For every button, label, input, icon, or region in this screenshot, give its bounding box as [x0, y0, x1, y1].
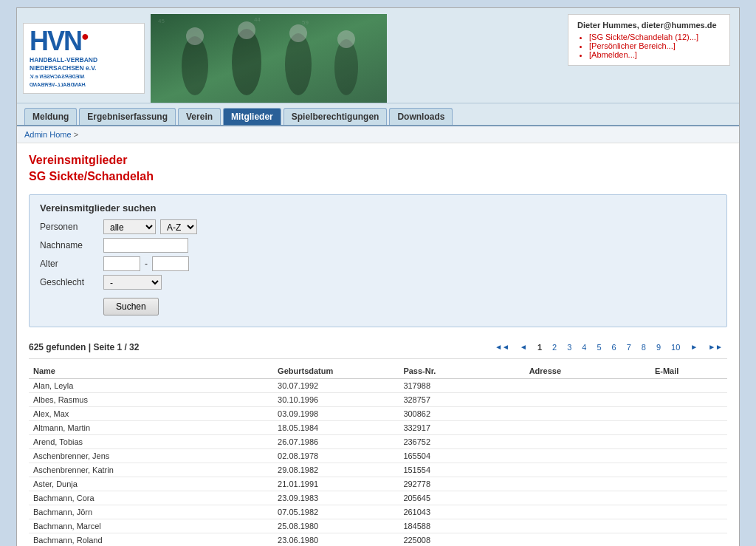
label-alter: Alter	[40, 259, 99, 269]
tab-meldung[interactable]: Meldung	[24, 108, 77, 125]
table-row[interactable]: Aschenbrenner, Jens02.08.1978165504	[29, 448, 727, 463]
label-geschlecht: Geschlecht	[40, 277, 99, 287]
cell-email	[650, 392, 727, 406]
cell-pass: 151554	[399, 463, 524, 477]
table-row[interactable]: Alex, Max03.09.1998300862	[29, 406, 727, 420]
cell-dob: 02.08.1978	[273, 448, 399, 463]
user-info-box: Dieter Hummes, dieter@hummes.de [SG Sick…	[568, 14, 730, 66]
table-row[interactable]: Albes, Rasmus30.10.1996328757	[29, 392, 727, 406]
table-row[interactable]: Bachmann, Jörn07.05.1982261043	[29, 505, 727, 519]
form-row-alter: Alter -	[40, 256, 716, 271]
cell-pass: 165504	[399, 448, 524, 463]
user-link-club[interactable]: [SG Sickte/Schandelah (12)...]	[589, 33, 721, 41]
result-count: 625 gefunden | Seite 1 / 32	[29, 342, 139, 352]
col-header-dob: Geburtsdatum	[273, 364, 399, 379]
personen-select[interactable]: alle aktive passive jugend	[103, 219, 156, 234]
table-row[interactable]: Arend, Tobias26.07.1986236752	[29, 434, 727, 448]
col-header-addr: Adresse	[525, 364, 650, 379]
tab-ergebniserfassung[interactable]: Ergebniserfassung	[79, 108, 176, 125]
table-head: Name Geburtsdatum Pass-Nr. Adresse E-Mai…	[29, 364, 727, 379]
cell-name: Albes, Rasmus	[29, 392, 273, 406]
cell-email	[650, 519, 727, 533]
tab-spielberechtigungen[interactable]: Spielberechtigungen	[284, 108, 388, 125]
alter-min-input[interactable]	[103, 256, 140, 271]
cell-name: Bachmann, Cora	[29, 491, 273, 505]
username: Dieter Hummes, dieter@hummes.de	[577, 21, 721, 30]
tab-mitglieder[interactable]: Mitglieder	[223, 108, 281, 125]
table-row[interactable]: Alan, Leyla30.07.1992317988	[29, 378, 727, 392]
table-header-row: Name Geburtsdatum Pass-Nr. Adresse E-Mai…	[29, 364, 727, 379]
cell-addr	[525, 434, 650, 448]
cell-addr	[525, 477, 650, 491]
table-row[interactable]: Bachmann, Cora23.09.1983205645	[29, 491, 727, 505]
page-5[interactable]: 5	[592, 341, 605, 354]
page-7[interactable]: 7	[622, 341, 636, 354]
members-table: Name Geburtsdatum Pass-Nr. Adresse E-Mai…	[29, 364, 727, 546]
form-row-geschlecht: Geschlecht - männlich weiblich	[40, 275, 716, 290]
cell-email	[650, 477, 727, 491]
page-last[interactable]: ►►	[704, 341, 727, 353]
tab-verein[interactable]: Verein	[178, 108, 221, 125]
nav-bar: Meldung Ergebniserfassung Verein Mitglie…	[17, 103, 739, 126]
logout-link[interactable]: [Abmelden...]	[589, 50, 637, 59]
page-1[interactable]: 1	[533, 341, 546, 354]
cell-name: Aster, Dunja	[29, 477, 273, 491]
cell-name: Bachmann, Marcel	[29, 519, 273, 533]
table-row[interactable]: Bachmann, Roland23.06.1980225008	[29, 533, 727, 546]
page-next[interactable]: ►	[686, 341, 702, 353]
club-link[interactable]: [SG Sickte/Schandelah (12)...]	[589, 33, 698, 41]
cell-addr	[525, 519, 650, 533]
table-row[interactable]: Aster, Dunja21.01.1991292778	[29, 477, 727, 491]
header-image: 45 44 59	[151, 14, 387, 103]
svg-point-3	[285, 33, 312, 95]
page-6[interactable]: 6	[608, 341, 621, 354]
col-header-pass: Pass-Nr.	[399, 364, 524, 379]
table-body: Alan, Leyla30.07.1992317988Albes, Rasmus…	[29, 378, 727, 546]
cell-email	[650, 406, 727, 420]
cell-email	[650, 505, 727, 519]
breadcrumb-link[interactable]: Admin Home	[24, 130, 72, 139]
cell-name: Bachmann, Roland	[29, 533, 273, 546]
geschlecht-select[interactable]: - männlich weiblich	[103, 275, 162, 290]
sort-select[interactable]: A-Z Z-A	[160, 219, 197, 234]
nachname-input[interactable]	[103, 238, 188, 253]
search-button[interactable]: Suchen	[103, 298, 159, 315]
page-3[interactable]: 3	[563, 341, 576, 354]
cell-addr	[525, 406, 650, 420]
tab-downloads[interactable]: Downloads	[389, 108, 453, 125]
cell-addr	[525, 378, 650, 392]
logo-area: HVN● HANDBALL-VERBAND NIEDERSACHSEN e.V.…	[23, 14, 387, 103]
page-9[interactable]: 9	[652, 341, 665, 354]
table-row[interactable]: Bachmann, Marcel25.08.1980184588	[29, 519, 727, 533]
logo-subtitle: HANDBALL-VERBAND NIEDERSACHSEN e.V. NIED…	[30, 56, 138, 89]
page-2[interactable]: 2	[548, 341, 561, 354]
page-8[interactable]: 8	[637, 341, 650, 354]
cell-email	[650, 420, 727, 434]
header-svg: 45 44 59	[151, 14, 387, 103]
form-row-button: Suchen	[40, 293, 716, 315]
personal-link[interactable]: [Persönlicher Bereich...]	[589, 41, 676, 50]
alter-max-input[interactable]	[152, 256, 189, 271]
page-title: Vereinsmitglieder SG Sickte/Schandelah	[29, 152, 727, 185]
table-row[interactable]: Aschenbrenner, Katrin29.08.1982151554	[29, 463, 727, 477]
table-row[interactable]: Altmann, Martin18.05.1984332917	[29, 420, 727, 434]
cell-email	[650, 463, 727, 477]
page-prev[interactable]: ◄	[515, 341, 532, 353]
page-first[interactable]: ◄◄	[490, 341, 514, 353]
logo-dot: ●	[81, 29, 88, 44]
user-link-personal[interactable]: [Persönlicher Bereich...]	[589, 41, 721, 50]
search-heading: Vereinsmitglieder suchen	[40, 202, 716, 214]
logo-box: HVN● HANDBALL-VERBAND NIEDERSACHSEN e.V.…	[23, 23, 145, 94]
svg-point-6	[238, 21, 255, 39]
page-4[interactable]: 4	[577, 341, 591, 354]
cell-pass: 225008	[399, 533, 524, 546]
form-row-nachname: Nachname	[40, 238, 716, 253]
user-link-logout[interactable]: [Abmelden...]	[589, 50, 721, 59]
cell-dob: 18.05.1984	[273, 420, 399, 434]
cell-name: Arend, Tobias	[29, 434, 273, 448]
cell-pass: 328757	[399, 392, 524, 406]
label-nachname: Nachname	[40, 240, 99, 250]
cell-dob: 30.10.1996	[273, 392, 399, 406]
cell-dob: 30.07.1992	[273, 378, 399, 392]
page-10[interactable]: 10	[667, 341, 684, 354]
